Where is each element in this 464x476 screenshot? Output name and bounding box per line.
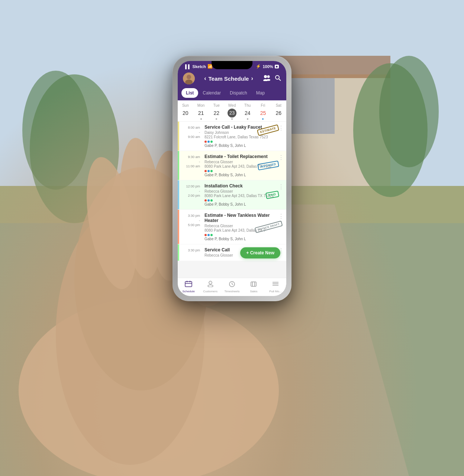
nav-timesheets-label: Timesheets: [224, 290, 239, 293]
nav-sales-label: Sales: [250, 290, 257, 293]
signal-bars-icon: ▌▌: [185, 64, 191, 69]
nav-customers-label: Customers: [203, 290, 218, 293]
nav-sales[interactable]: Sales: [243, 280, 264, 293]
day-sat[interactable]: Sat 26: [271, 103, 286, 120]
dot-green: [210, 199, 213, 202]
item-content-1: Service Call - Leaky Faucet Daisy Johnso…: [202, 122, 286, 151]
navigation-tabs: List Calendar Dispatch Map: [178, 88, 286, 100]
dot-red: [204, 199, 207, 202]
time-range-5: 3:30 pm: [179, 244, 202, 261]
nav-more[interactable]: Pull Mo...: [265, 280, 286, 293]
item-address-1: 8221 Folcroft Lane, Dallas Texas 7523: [204, 135, 284, 139]
phone-notch: [212, 61, 252, 69]
more-options-1[interactable]: ⋮: [278, 125, 284, 132]
more-options-2[interactable]: ⋮: [278, 154, 284, 161]
item-team-3: Gabe P, Bobby S, John L: [204, 202, 284, 206]
dot-blue: [207, 234, 210, 236]
time-range-3: 12:00 pm - 2:00 pm: [179, 180, 202, 209]
item-team-1: Gabe P, Bobby S, John L: [204, 144, 284, 148]
svg-point-36: [208, 285, 213, 287]
day-sun[interactable]: Sun 20: [178, 103, 193, 120]
day-dot-mon: [200, 118, 202, 120]
day-wed[interactable]: Wed 23: [224, 103, 240, 120]
day-mon[interactable]: Mon 21: [193, 103, 209, 120]
nav-timesheets[interactable]: Timesheets: [221, 280, 243, 293]
dot-green: [210, 234, 213, 236]
day-dot-fri: [262, 118, 264, 120]
nav-back-button[interactable]: ‹: [204, 75, 206, 82]
item-title-3: Installation Check: [204, 183, 284, 189]
team-icon[interactable]: [262, 74, 271, 83]
avatar[interactable]: [183, 73, 195, 84]
schedule-list: 8:00 am - 9:00 am Service Call - Leaky F…: [178, 122, 286, 278]
schedule-item-4[interactable]: 3:30 pm - 5:00 pm Estimate - New Tankles…: [178, 210, 286, 244]
schedule-icon: [185, 280, 192, 289]
tab-list[interactable]: List: [181, 88, 198, 98]
dot-red: [204, 234, 207, 236]
schedule-item-3[interactable]: 12:00 pm - 2:00 pm Installation Check Re…: [178, 180, 286, 209]
item-title-4: Estimate - New Tankless Water Heater: [204, 213, 284, 223]
item-title-2: Estimate - Toilet Replacement: [204, 154, 284, 159]
schedule-item-2[interactable]: 9:30 am - 11:00 am Estimate - Toilet Rep…: [178, 151, 286, 180]
team-color-dots-1: [204, 141, 284, 143]
app-header: ‹ Team Schedule ›: [178, 70, 286, 88]
phone-frame: ▌▌ Sketch 📶 ⚡ 100% ■: [173, 56, 291, 301]
status-right: ⚡ 100% ■: [256, 64, 279, 69]
dot-green: [210, 141, 213, 143]
svg-point-25: [264, 75, 267, 78]
day-dot-thu: [247, 118, 248, 120]
header-title-area: ‹ Team Schedule ›: [204, 75, 253, 82]
svg-point-23: [187, 75, 191, 79]
customers-icon: [207, 280, 214, 289]
battery-icon: ■: [275, 65, 279, 68]
svg-rect-31: [185, 282, 192, 287]
svg-line-39: [232, 284, 233, 285]
phone-screen-container: ▌▌ Sketch 📶 ⚡ 100% ■: [178, 61, 286, 296]
status-left: ▌▌ Sketch 📶: [185, 64, 213, 69]
day-thu[interactable]: Thu 24: [240, 103, 255, 120]
nav-schedule[interactable]: Schedule: [178, 280, 199, 293]
item-address-4: 8080 Park Lane Apt 243, Dallas TX 7: [204, 228, 284, 232]
day-fri[interactable]: Fri 25: [255, 103, 271, 120]
nav-more-label: Pull Mo...: [269, 290, 281, 293]
team-color-dots-3: [204, 199, 284, 202]
time-range-2: 9:30 am - 11:00 am: [179, 151, 202, 180]
tab-calendar[interactable]: Calendar: [198, 88, 225, 98]
create-new-button[interactable]: + Create New: [240, 247, 280, 258]
more-options-3[interactable]: ⋮: [278, 183, 284, 190]
more-options-4[interactable]: ⋮: [278, 213, 284, 220]
svg-point-27: [267, 75, 270, 78]
dot-blue: [207, 199, 210, 202]
search-icon[interactable]: [274, 74, 281, 83]
day-tue[interactable]: Tue 22: [209, 103, 224, 120]
dot-blue: [207, 141, 210, 143]
day-dot-tue: [216, 118, 217, 120]
time-range-1: 8:00 am - 9:00 am: [179, 122, 202, 151]
item-content-3: Installation Check Rebecca Glosser 8080 …: [202, 180, 286, 209]
bluetooth-icon: ⚡: [256, 64, 261, 69]
schedule-item-1[interactable]: 8:00 am - 9:00 am Service Call - Leaky F…: [178, 122, 286, 151]
dot-blue: [207, 170, 210, 172]
dot-red: [204, 170, 207, 172]
page-title: Team Schedule: [209, 75, 249, 82]
sales-icon: [250, 280, 257, 289]
svg-line-30: [279, 79, 281, 81]
item-content-4: Estimate - New Tankless Water Heater Reb…: [202, 210, 286, 244]
menu-icon: [272, 280, 279, 289]
dot-green: [210, 170, 213, 172]
header-icons: [262, 74, 281, 83]
time-range-4: 3:30 pm - 5:00 pm: [179, 210, 202, 244]
item-content-2: Estimate - Toilet Replacement Rebecca Gl…: [202, 151, 286, 180]
item-team-2: Gabe P, Bobby S, John L: [204, 173, 284, 177]
svg-rect-40: [251, 282, 256, 286]
svg-point-28: [267, 79, 270, 81]
tab-dispatch[interactable]: Dispatch: [225, 88, 252, 98]
day-dot-wed: [231, 118, 233, 120]
nav-forward-button[interactable]: ›: [251, 75, 253, 82]
battery-label: 100%: [262, 64, 273, 69]
svg-point-35: [209, 281, 212, 284]
app-name-label: Sketch: [193, 64, 206, 69]
dot-red: [204, 141, 207, 143]
tab-map[interactable]: Map: [252, 88, 269, 98]
nav-customers[interactable]: Customers: [199, 280, 221, 293]
